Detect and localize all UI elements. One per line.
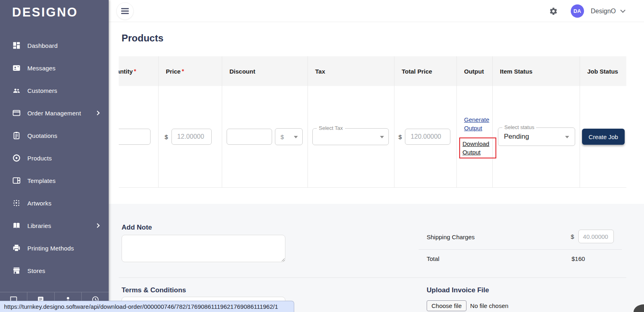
terms-heading: Terms & Conditions: [122, 286, 186, 294]
table-header-row: Quantity* Price* Discount Tax Total Pric…: [119, 56, 626, 86]
status-select-label: Select status: [502, 124, 536, 131]
link-preview-statusbar: https://turnkey.designo.software/api/dow…: [0, 301, 294, 312]
artworks-icon: [12, 199, 21, 207]
download-output-link[interactable]: Download Output: [462, 140, 491, 156]
price-cell: $: [159, 86, 222, 187]
tax-select[interactable]: Select Tax: [312, 128, 389, 145]
products-table: Quantity* Price* Discount Tax Total Pric…: [119, 56, 626, 188]
discount-unit-select[interactable]: $: [275, 128, 303, 145]
sidebar-item-libraries[interactable]: Libraries: [0, 214, 109, 237]
main-content: Products Quantity* Price* Discount Tax T…: [109, 22, 644, 312]
sidebar-item-label: Artworks: [27, 200, 52, 207]
page-title: Products: [122, 33, 163, 44]
libraries-icon: [12, 221, 21, 230]
lower-section: Add Note Shipping Charges $ Total $160 T…: [109, 204, 644, 312]
sidebar-item-customers[interactable]: Customers: [0, 79, 109, 102]
discount-cell: $: [222, 86, 308, 187]
column-header-quantity: Quantity*: [119, 56, 159, 86]
total-price-cell: $: [394, 86, 457, 187]
sidebar-item-label: Printing Methods: [27, 245, 74, 252]
currency-symbol: $: [398, 133, 402, 140]
sidebar-nav: Dashboard Messages Customers Order Manag…: [0, 34, 109, 282]
status-selected-value: Pending: [498, 133, 529, 141]
price-input[interactable]: [171, 129, 212, 145]
sidebar-item-label: Stores: [27, 267, 45, 274]
column-header-output: Output: [457, 56, 493, 86]
invoice-file-input: Choose file No file chosen: [427, 300, 508, 311]
app-logo: DESIGNO: [0, 0, 109, 20]
column-header-price: Price*: [159, 56, 222, 86]
currency-symbol: $: [571, 233, 574, 240]
required-asterisk: *: [134, 68, 136, 74]
quantity-input[interactable]: [119, 129, 151, 145]
sidebar-item-label: Quotations: [27, 132, 58, 139]
shipping-charges-label: Shipping Charges: [427, 234, 475, 240]
chevron-down-icon[interactable]: [620, 8, 625, 13]
sidebar-item-label: Customers: [27, 87, 57, 94]
settings-gear-icon[interactable]: [549, 7, 558, 16]
tax-cell: Select Tax: [308, 86, 394, 187]
sidebar-item-quotations[interactable]: Quotations: [0, 124, 109, 147]
customers-icon: [12, 86, 21, 95]
chevron-right-icon: [95, 111, 99, 115]
dropdown-caret-icon: [294, 136, 298, 138]
item-status-cell: Select status Pending: [493, 86, 580, 187]
sidebar-item-printing-methods[interactable]: Printing Methods: [0, 237, 109, 259]
total-label: Total: [427, 255, 440, 262]
dropdown-caret-icon: [565, 136, 569, 138]
sidebar: DESIGNO Dashboard Messages Customers Ord…: [0, 0, 109, 312]
column-header-discount: Discount: [222, 56, 308, 86]
sidebar-item-dashboard[interactable]: Dashboard: [0, 34, 109, 57]
stores-icon: [12, 266, 21, 275]
sidebar-item-label: Dashboard: [27, 42, 58, 49]
user-name[interactable]: DesignO: [591, 8, 616, 15]
add-note-heading: Add Note: [122, 224, 152, 232]
create-job-button[interactable]: Create Job: [582, 129, 625, 145]
required-asterisk: *: [182, 68, 184, 74]
order-management-icon: [12, 109, 21, 117]
quotations-icon: [12, 131, 21, 140]
add-note-textarea[interactable]: [122, 235, 285, 262]
sidebar-item-label: Products: [27, 155, 52, 162]
sidebar-item-messages[interactable]: Messages: [0, 57, 109, 79]
sidebar-item-label: Messages: [27, 65, 56, 72]
choose-file-button[interactable]: Choose file: [427, 300, 466, 311]
topbar: DA DesignO: [109, 0, 644, 22]
sidebar-item-templates[interactable]: Templates: [0, 169, 109, 192]
column-header-item-status: Item Status: [493, 56, 580, 86]
sidebar-item-products[interactable]: Products: [0, 147, 109, 169]
sidebar-item-stores[interactable]: Stores: [0, 259, 109, 282]
table-row: $ $ Select Tax $ Genera: [119, 86, 626, 188]
discount-unit-value: $: [275, 133, 284, 140]
user-avatar[interactable]: DA: [571, 4, 584, 18]
column-header-job-status: Job Status: [580, 56, 626, 86]
total-value: $160: [572, 255, 585, 262]
products-icon: [12, 154, 21, 162]
column-header-tax: Tax: [308, 56, 394, 86]
sidebar-item-order-management[interactable]: Order Management: [0, 102, 109, 124]
sidebar-item-artworks[interactable]: Artworks: [0, 192, 109, 214]
item-status-select[interactable]: Select status Pending: [498, 127, 575, 146]
chevron-right-icon: [95, 223, 99, 228]
dashboard-icon: [12, 41, 21, 50]
summary-divider: [419, 249, 622, 250]
menu-toggle-button[interactable]: [116, 2, 134, 20]
download-output-highlight-box: Download Output: [459, 138, 496, 158]
total-price-input[interactable]: [405, 129, 450, 145]
currency-symbol: $: [165, 133, 168, 140]
tax-select-label: Select Tax: [317, 125, 345, 131]
messages-icon: [12, 64, 21, 72]
column-header-total-price: Total Price: [394, 56, 457, 86]
templates-icon: [12, 176, 21, 185]
sidebar-item-label: Templates: [27, 177, 56, 184]
section-divider: [119, 277, 626, 278]
sidebar-item-label: Libraries: [27, 222, 51, 229]
generate-output-link[interactable]: Generate Output: [464, 115, 493, 132]
printing-methods-icon: [12, 244, 21, 252]
quantity-cell: [119, 86, 159, 187]
statusbar-url: https://turnkey.designo.software/api/dow…: [4, 303, 278, 310]
discount-input[interactable]: [227, 129, 272, 145]
job-status-cell: Create Job: [580, 86, 626, 187]
shipping-charges-input[interactable]: [578, 230, 614, 243]
upload-invoice-heading: Upload Invoice File: [427, 286, 489, 294]
